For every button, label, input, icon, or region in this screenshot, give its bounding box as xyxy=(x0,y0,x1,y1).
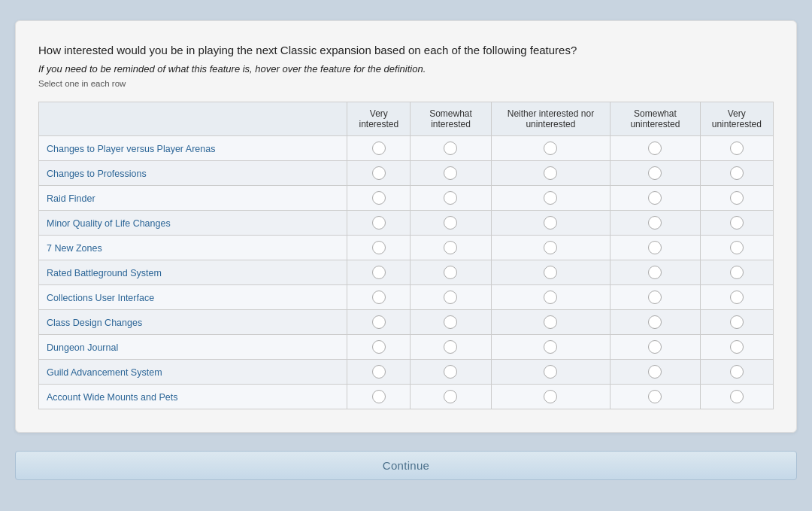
radio-button[interactable] xyxy=(544,191,557,205)
radio-button[interactable] xyxy=(648,216,662,230)
radio-button[interactable] xyxy=(648,315,662,329)
radio-button[interactable] xyxy=(544,216,557,230)
radio-button[interactable] xyxy=(372,290,386,304)
radio-button[interactable] xyxy=(730,241,744,254)
radio-button[interactable] xyxy=(730,290,744,304)
col-header-somewhat-uninterested: Somewhat uninterested xyxy=(611,102,700,136)
radio-button[interactable] xyxy=(444,266,457,279)
radio-cell xyxy=(611,310,700,335)
feature-label[interactable]: Guild Advancement System xyxy=(47,367,162,378)
radio-button[interactable] xyxy=(730,166,744,180)
radio-button[interactable] xyxy=(372,315,386,329)
radio-button[interactable] xyxy=(730,216,744,230)
radio-button[interactable] xyxy=(444,191,457,205)
radio-button[interactable] xyxy=(730,266,744,279)
radio-button[interactable] xyxy=(444,166,457,180)
radio-button[interactable] xyxy=(444,241,457,254)
radio-button[interactable] xyxy=(544,315,557,329)
radio-button[interactable] xyxy=(648,241,662,254)
radio-button[interactable] xyxy=(648,141,662,155)
col-header-somewhat-interested: Somewhat interested xyxy=(411,102,491,136)
radio-cell xyxy=(491,136,611,161)
radio-button[interactable] xyxy=(372,241,386,254)
continue-button[interactable]: Continue xyxy=(15,451,797,480)
radio-button[interactable] xyxy=(444,340,457,354)
radio-button[interactable] xyxy=(372,365,386,379)
radio-cell xyxy=(700,310,773,335)
radio-button[interactable] xyxy=(730,315,744,329)
radio-button[interactable] xyxy=(648,340,662,354)
col-header-feature xyxy=(39,102,347,136)
radio-cell xyxy=(700,136,773,161)
radio-cell xyxy=(700,161,773,186)
radio-button[interactable] xyxy=(372,191,386,205)
radio-cell xyxy=(700,385,773,409)
feature-label[interactable]: Class Design Changes xyxy=(47,318,142,328)
radio-cell xyxy=(491,186,611,211)
feature-label[interactable]: Collections User Interface xyxy=(47,293,154,303)
radio-button[interactable] xyxy=(372,340,386,354)
radio-button[interactable] xyxy=(444,141,457,155)
radio-button[interactable] xyxy=(372,216,386,230)
radio-button[interactable] xyxy=(444,290,457,304)
radio-button[interactable] xyxy=(730,340,744,354)
radio-button[interactable] xyxy=(372,141,386,155)
radio-button[interactable] xyxy=(648,390,662,403)
radio-cell xyxy=(700,260,773,285)
radio-cell xyxy=(347,211,411,236)
radio-cell xyxy=(411,236,491,260)
table-row: Class Design Changes xyxy=(39,310,774,335)
radio-cell xyxy=(347,310,411,335)
radio-cell xyxy=(700,285,773,310)
radio-button[interactable] xyxy=(648,191,662,205)
feature-label[interactable]: Changes to Professions xyxy=(47,169,147,179)
radio-button[interactable] xyxy=(544,266,557,279)
feature-label[interactable]: Minor Quality of Life Changes xyxy=(47,218,171,229)
radio-button[interactable] xyxy=(444,390,457,403)
feature-label[interactable]: Changes to Player versus Player Arenas xyxy=(47,144,215,154)
radio-button[interactable] xyxy=(730,191,744,205)
radio-button[interactable] xyxy=(544,141,557,155)
radio-cell xyxy=(491,385,611,409)
radio-button[interactable] xyxy=(544,290,557,304)
radio-cell xyxy=(700,236,773,260)
radio-cell xyxy=(611,335,700,360)
radio-button[interactable] xyxy=(648,266,662,279)
radio-button[interactable] xyxy=(372,166,386,180)
radio-button[interactable] xyxy=(730,365,744,379)
radio-cell xyxy=(491,211,611,236)
radio-button[interactable] xyxy=(544,365,557,379)
radio-button[interactable] xyxy=(544,340,557,354)
radio-button[interactable] xyxy=(444,315,457,329)
radio-cell xyxy=(491,161,611,186)
radio-cell xyxy=(347,136,411,161)
table-row: Minor Quality of Life Changes xyxy=(39,211,774,236)
table-row: Changes to Professions xyxy=(39,161,774,186)
radio-button[interactable] xyxy=(544,241,557,254)
radio-button[interactable] xyxy=(444,216,457,230)
radio-button[interactable] xyxy=(372,390,386,403)
feature-label[interactable]: 7 New Zones xyxy=(47,243,102,254)
radio-button[interactable] xyxy=(544,390,557,403)
radio-button[interactable] xyxy=(648,290,662,304)
radio-cell xyxy=(347,335,411,360)
radio-cell xyxy=(411,260,491,285)
table-row: Changes to Player versus Player Arenas xyxy=(39,136,774,161)
radio-button[interactable] xyxy=(648,166,662,180)
radio-button[interactable] xyxy=(648,365,662,379)
feature-label[interactable]: Dungeon Journal xyxy=(47,342,118,353)
feature-label[interactable]: Raid Finder xyxy=(47,193,95,204)
table-row: Rated Battleground System xyxy=(39,260,774,285)
feature-label[interactable]: Account Wide Mounts and Pets xyxy=(47,392,177,403)
table-row: Dungeon Journal xyxy=(39,335,774,360)
radio-cell xyxy=(347,260,411,285)
radio-button[interactable] xyxy=(372,266,386,279)
radio-button[interactable] xyxy=(444,365,457,379)
radio-button[interactable] xyxy=(730,141,744,155)
radio-cell xyxy=(700,211,773,236)
feature-label[interactable]: Rated Battleground System xyxy=(47,268,162,278)
radio-cell xyxy=(411,310,491,335)
radio-button[interactable] xyxy=(544,166,557,180)
radio-cell xyxy=(347,161,411,186)
radio-button[interactable] xyxy=(730,390,744,403)
